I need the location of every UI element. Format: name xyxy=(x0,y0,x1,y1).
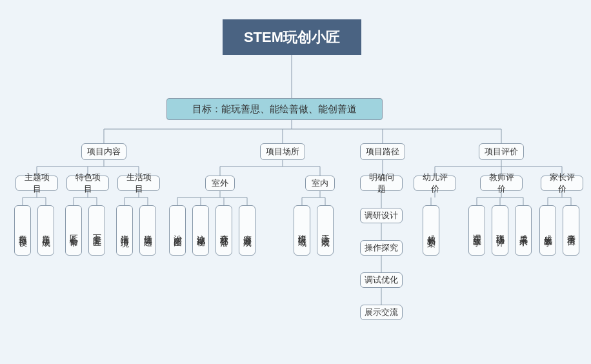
category-eval: 项目评价 xyxy=(479,143,524,160)
sub-parent-eval: 家长评价 xyxy=(541,176,583,191)
leaf: 班级区域 xyxy=(294,205,310,256)
leaf: 主题生成 xyxy=(37,205,54,256)
leaf: 生活问题 xyxy=(139,205,156,256)
category-path: 项目路径 xyxy=(360,143,405,160)
leaf: 主题预设 xyxy=(14,205,31,256)
leaf: 廊道游戏 xyxy=(239,205,255,256)
sub-child-eval: 幼儿评价 xyxy=(414,176,456,191)
leaf: 成长档案 xyxy=(423,205,439,256)
leaf: 亲子项目 xyxy=(563,205,579,256)
leaf: 课程故事 xyxy=(468,205,485,256)
leaf: 泳池探秘 xyxy=(192,205,209,256)
sub-feature: 特色项目 xyxy=(66,176,109,191)
category-content: 项目内容 xyxy=(81,143,126,160)
root-node: STEM玩创小匠 xyxy=(223,19,361,55)
chain-optimize: 调试优化 xyxy=(360,272,403,288)
chain-present: 展示交流 xyxy=(360,305,403,320)
leaf: 工坊游戏 xyxy=(317,205,334,256)
leaf: 现场研评 xyxy=(492,205,508,256)
leaf: 成长故事 xyxy=(539,205,556,256)
category-place: 项目场所 xyxy=(260,143,305,160)
sub-theme: 主题项目 xyxy=(15,176,58,191)
leaf: 万能工匠 xyxy=(88,205,105,256)
leaf: 森林部落 xyxy=(215,205,232,256)
leaf: 成果展示 xyxy=(515,205,532,256)
chain-design: 调研设计 xyxy=(360,208,403,223)
sub-life: 生活项目 xyxy=(117,176,160,191)
leaf: 匠心集市 xyxy=(65,205,82,256)
goal-node: 目标：能玩善思、能绘善做、能创善道 xyxy=(166,98,383,120)
sub-indoor: 室内 xyxy=(305,176,335,191)
leaf: 生活情境 xyxy=(116,205,133,256)
leaf: 沙水乐园 xyxy=(169,205,186,256)
sub-outdoor: 室外 xyxy=(205,176,235,191)
chain-explore: 操作探究 xyxy=(360,240,403,256)
sub-teacher-eval: 教师评价 xyxy=(480,176,523,191)
sub-identify: 明确问题 xyxy=(360,176,403,191)
